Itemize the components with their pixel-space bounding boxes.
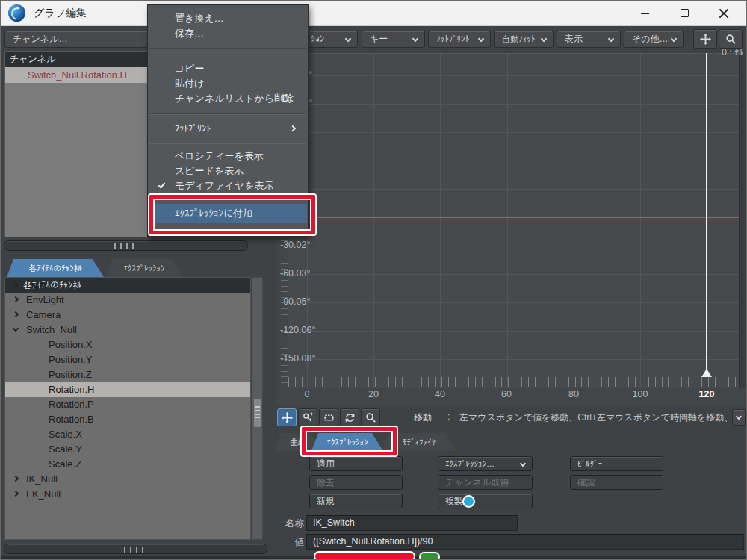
y-tick-label: -90.05° xyxy=(280,296,334,307)
splitter-handle[interactable] xyxy=(4,240,248,251)
annotation-red-box-tab xyxy=(302,427,397,455)
x-tick-label: 80 xyxy=(557,389,590,399)
tree-item-fk-null[interactable]: FK_Null xyxy=(5,487,250,502)
tree-item-scale-z[interactable]: Scale.Z xyxy=(5,457,250,472)
confirm-button[interactable]: 確認 xyxy=(570,475,663,490)
current-frame-label: 120 xyxy=(690,389,723,399)
chevron-right-icon xyxy=(13,476,19,482)
x-tick-label: 0 xyxy=(291,389,323,399)
menu-item-show-velocity[interactable]: ベロシティーを表示 xyxy=(149,149,307,164)
value-label: 値 xyxy=(270,536,304,549)
autofit-dropdown[interactable]: 自動ﾌｨｯﾄ xyxy=(494,31,554,48)
close-button[interactable] xyxy=(707,1,741,25)
hint-expand-button[interactable] xyxy=(732,409,746,426)
expression-name-field[interactable]: IK_Switch xyxy=(306,515,518,531)
keys-dropdown[interactable]: キー xyxy=(362,31,425,48)
menu-item-remove-from-list[interactable]: チャンネルリストから削除 D xyxy=(149,91,307,106)
menu-item-show-speed[interactable]: スピードを表示 xyxy=(149,164,307,178)
stretch-tool-button[interactable] xyxy=(319,408,338,426)
magnifier-icon xyxy=(365,412,376,423)
tree-item-scale-y[interactable]: Scale.Y xyxy=(5,442,250,457)
hint-colon: : xyxy=(447,411,455,422)
apply-button[interactable]: 適用 xyxy=(309,456,403,471)
tree-item-rotation-b[interactable]: Rotation.B xyxy=(5,412,250,427)
tree-item-rotation-h[interactable]: Rotation.H xyxy=(5,382,250,397)
menu-item-footprints[interactable]: ﾌｯﾄﾌﾟﾘﾝﾄ xyxy=(149,119,307,137)
tree-scrollbar-thumb[interactable] xyxy=(254,399,261,427)
more-dropdown[interactable]: その他… xyxy=(624,31,684,48)
annotation-green-underline xyxy=(419,552,440,560)
menu-item-replace[interactable]: 置き換え… xyxy=(149,11,307,26)
app-icon xyxy=(8,4,25,22)
get-channel-button[interactable]: チャンネル取得 xyxy=(438,475,533,490)
playhead-marker[interactable] xyxy=(701,369,712,377)
plot-grid[interactable] xyxy=(288,53,739,388)
move-tool-button[interactable] xyxy=(277,408,297,426)
expression-value-field[interactable]: ([Switch_Null.Rotation.H])/90 xyxy=(306,534,744,550)
tree-item-position-z[interactable]: Position.Z xyxy=(5,367,250,382)
tab-expressions-left[interactable]: ｴｸｽﾌﾟﾚｯｼｮﾝ xyxy=(105,259,183,277)
x-tick-label: 100 xyxy=(624,389,657,399)
playhead[interactable] xyxy=(706,53,707,377)
menu-separator xyxy=(149,113,306,115)
remove-button[interactable]: 除去 xyxy=(309,475,403,490)
menu-item-show-modifiers[interactable]: モディファイヤを表示 xyxy=(149,178,307,193)
annotation-red-underline xyxy=(314,551,415,560)
add-key-tool-button[interactable] xyxy=(298,408,317,426)
graph-editor-window: グラフ編集 チャンネル… チャンネル Switch_Null.Rotation.… xyxy=(0,0,747,560)
pan-icon xyxy=(700,34,711,45)
zoom-button[interactable] xyxy=(719,29,743,49)
close-icon xyxy=(719,8,729,19)
x-tick-label: 60 xyxy=(490,389,523,399)
chevron-right-icon xyxy=(13,296,19,302)
minimize-icon xyxy=(641,13,649,14)
y-tick-label: -150.08° xyxy=(280,353,334,364)
tab-item-channels[interactable]: 各ｱｲﾃﾑのﾁｬﾝﾈﾙ xyxy=(7,259,104,277)
y-tick-label: -30.02° xyxy=(280,240,334,250)
expression-select-dropdown[interactable]: ｴｸｽﾌﾟﾚｯｼｮﾝ… xyxy=(438,456,533,471)
tree-item-position-y[interactable]: Position.Y xyxy=(5,352,250,367)
new-button[interactable]: 新規 xyxy=(309,494,403,508)
shortcut-label: D xyxy=(282,91,289,106)
y-tick-label: -60.03° xyxy=(280,268,334,279)
pan-button[interactable] xyxy=(693,29,717,49)
zoom-tool-button[interactable] xyxy=(361,408,380,426)
minimize-button[interactable] xyxy=(627,1,662,25)
maximize-button[interactable] xyxy=(667,1,701,25)
display-dropdown[interactable]: 表示 xyxy=(557,31,621,48)
duplicate-button[interactable]: 複製 xyxy=(438,494,533,508)
chevron-right-icon xyxy=(13,281,19,287)
selection-dropdown[interactable]: ｼｮﾝ xyxy=(303,31,358,48)
tree-item-scale-x[interactable]: Scale.X xyxy=(5,427,250,442)
splitter-grip xyxy=(114,243,138,249)
x-tick-label: 20 xyxy=(357,389,390,399)
titlebar: グラフ編集 xyxy=(1,1,747,26)
key-plus-icon xyxy=(303,412,314,423)
window-title: グラフ編集 xyxy=(34,7,87,20)
tree-item-switch-null[interactable]: Switch_Null xyxy=(5,323,250,337)
menu-item-save[interactable]: 保存… xyxy=(149,26,307,41)
roll-tool-button[interactable] xyxy=(340,408,359,426)
annotation-blue-dot xyxy=(462,495,475,508)
x-ruler xyxy=(288,377,739,387)
tree-item-envlight[interactable]: EnvLight xyxy=(5,293,250,308)
plot-scrollbar[interactable] xyxy=(739,53,747,388)
menu-item-paste[interactable]: 貼付け xyxy=(149,76,307,91)
splitter-handle-bottom[interactable] xyxy=(4,544,267,554)
builder-button[interactable]: ﾋﾞﾙﾀﾞｰ xyxy=(570,456,663,471)
tree-item-position-x[interactable]: Position.X xyxy=(5,337,250,352)
tree-item-light[interactable]: Light xyxy=(5,278,250,293)
tree-item-camera[interactable]: Camera xyxy=(5,308,250,323)
check-icon xyxy=(158,181,166,188)
curve-rotation-h[interactable] xyxy=(288,217,739,218)
graph-area[interactable]: 150.08° 120.06° 90.05° 60.03° 30.02° -30… xyxy=(276,53,747,406)
chevron-right-icon xyxy=(13,491,19,497)
tree-item-ik-null[interactable]: IK_Null xyxy=(5,472,250,487)
maximize-icon xyxy=(681,9,689,17)
footprints-dropdown[interactable]: ﾌｯﾄﾌﾟﾘﾝﾄ xyxy=(428,31,491,48)
move-icon xyxy=(282,412,293,423)
zoom-icon xyxy=(725,34,737,45)
menu-item-copy[interactable]: コピー xyxy=(149,61,307,76)
tree-item-rotation-p[interactable]: Rotation.P xyxy=(5,397,250,412)
tree-scrollbar[interactable] xyxy=(252,277,263,540)
